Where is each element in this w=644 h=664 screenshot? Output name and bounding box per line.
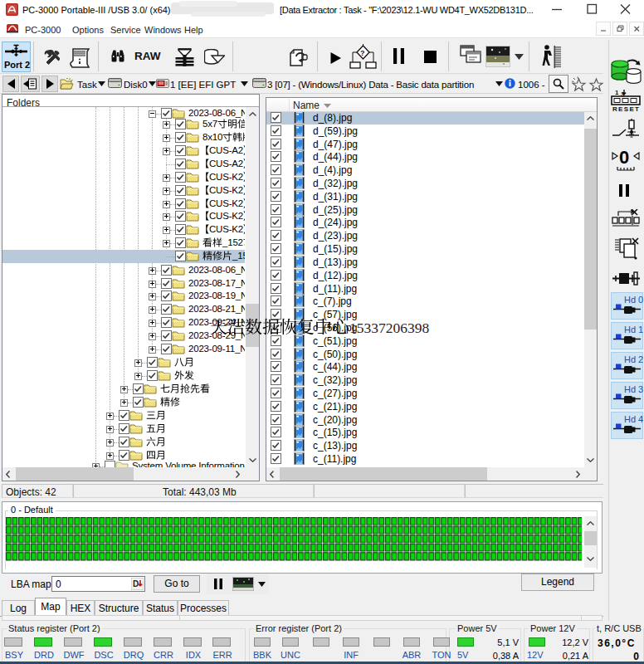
- svg-text:RESET: RESET: [612, 105, 639, 112]
- svg-text:D: D: [133, 579, 139, 588]
- svg-text:0: 0: [619, 148, 629, 168]
- svg-text:1: 1: [615, 89, 619, 96]
- svg-text:?: ?: [360, 49, 365, 57]
